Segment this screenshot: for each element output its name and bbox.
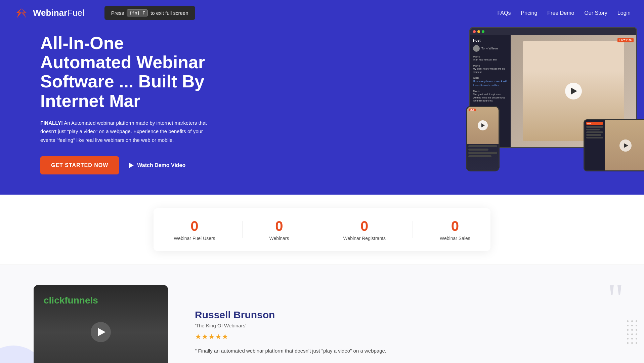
- stat-sales-number: 0: [440, 218, 470, 234]
- testimonial-stars: ★★★★★: [195, 332, 610, 341]
- hero-subtitle: FINALLY! An Automated webinar platform m…: [40, 119, 215, 145]
- dot-decoration: [631, 320, 633, 322]
- phone-chat-area: [467, 144, 499, 160]
- dot-decoration: [636, 320, 637, 322]
- testimonial-title: 'The King Of Webinars': [195, 323, 610, 328]
- live-badge: LIVE 2:30: [617, 38, 634, 42]
- host-avatar: [473, 45, 480, 52]
- main-nav: FAQs Pricing Free Demo Our Story Login: [497, 10, 631, 16]
- testimonial-play-button[interactable]: [91, 322, 111, 342]
- quote-decoration: ": [607, 278, 624, 319]
- tablet-sidebar-line: [586, 137, 603, 138]
- testimonial-green-text: clickfunnels: [44, 295, 98, 306]
- stat-divider: [316, 221, 316, 238]
- dot-decoration: [636, 329, 637, 331]
- tablet-video: [605, 120, 644, 170]
- testimonial-content: " Russell Brunson 'The King Of Webinars'…: [195, 309, 610, 355]
- stat-sales-label: Webinar Sales: [440, 236, 470, 241]
- stat-webinars-number: 0: [269, 218, 289, 234]
- tablet-sidebar: LIVE: [585, 120, 605, 170]
- header: WebinarFuel Press {fn} F to exit full sc…: [0, 0, 644, 26]
- hero-device-mockups: Host Tony Wilson Mario I can hear him ju…: [456, 20, 644, 171]
- nav-login[interactable]: Login: [617, 10, 631, 16]
- chat-item: Mario The good stuff. I kept team wantin…: [473, 90, 508, 103]
- stat-webinars-label: Webinars: [269, 236, 289, 241]
- stat-webinars: 0 Webinars: [269, 218, 289, 241]
- host-row: Tony Wilson: [473, 45, 508, 52]
- keyboard-shortcut: {fn} F: [127, 9, 148, 16]
- tablet-play-button[interactable]: [619, 139, 632, 152]
- stat-sales: 0 Webinar Sales: [440, 218, 470, 241]
- chat-item: Mario I can hear him just fine: [473, 55, 508, 62]
- dot-green: [482, 30, 484, 33]
- testimonial-text: " Finally an automated webinar platform …: [195, 347, 610, 355]
- watch-demo-button[interactable]: Watch Demo Video: [129, 162, 185, 168]
- dot-decoration: [636, 325, 637, 326]
- nav-our-story[interactable]: Our Story: [584, 10, 607, 16]
- tablet-sidebar-line: [586, 129, 600, 130]
- chat-item: Alex How many hours a week will I need t…: [473, 76, 508, 87]
- testimonial-video: clickfunnels: [34, 285, 168, 363]
- stats-section: 0 Webinar Fuel Users 0 Webinars 0 Webina…: [0, 195, 644, 265]
- hero-title: All-In-One Automated Webinar Software ..…: [40, 34, 215, 111]
- play-triangle-icon: [571, 88, 577, 94]
- dot-decoration: [627, 342, 629, 344]
- testimonial-play-icon: [98, 328, 105, 336]
- dots-decoration: [627, 320, 637, 344]
- stat-divider: [242, 221, 243, 238]
- dot-decoration: [631, 342, 633, 344]
- dot-decoration: [627, 329, 629, 331]
- phone-video-area: LIVE: [467, 107, 499, 144]
- nav-free-demo[interactable]: Free Demo: [547, 10, 574, 16]
- dot-decoration: [636, 338, 637, 339]
- hero-section: All-In-One Automated Webinar Software ..…: [0, 0, 644, 195]
- host-label: Host: [473, 39, 508, 42]
- chat-item: Mario My client nearly missed the big mo…: [473, 64, 508, 74]
- stat-users-number: 0: [174, 218, 215, 234]
- dot-decoration: [627, 333, 629, 335]
- testimonial-video-inner: clickfunnels: [34, 285, 168, 363]
- tablet-mockup: LIVE: [584, 119, 644, 171]
- dot-decoration: [631, 333, 633, 335]
- dot-decoration: [636, 342, 637, 344]
- stat-registrants-label: Webinar Registrants: [343, 236, 386, 241]
- play-icon: [129, 163, 134, 168]
- tablet-content: LIVE: [585, 120, 644, 170]
- tablet-sidebar-line: [586, 134, 601, 136]
- dot-decoration: [631, 329, 633, 331]
- dot-decoration: [627, 338, 629, 339]
- phone-content: LIVE: [467, 107, 499, 170]
- phone-chat-line: [468, 145, 497, 147]
- dot-decoration: [631, 325, 633, 326]
- stat-divider: [413, 221, 413, 238]
- logo-icon: [13, 6, 30, 20]
- dot-decoration: [636, 333, 637, 335]
- logo-text: WebinarFuel: [33, 8, 84, 18]
- nav-faqs[interactable]: FAQs: [497, 10, 511, 16]
- stat-users: 0 Webinar Fuel Users: [174, 218, 215, 241]
- host-name: Tony Wilson: [481, 47, 498, 50]
- desktop-bar: [470, 28, 636, 35]
- phone-chat-line: [468, 152, 497, 154]
- testimonial-name: Russell Brunson: [195, 309, 610, 321]
- phone-play-icon: [481, 123, 485, 127]
- dot-decoration: [627, 325, 629, 326]
- tablet-sidebar-line: [586, 131, 603, 133]
- tablet-play-icon: [624, 143, 628, 148]
- testimonial-section: clickfunnels " Russell Brunson 'The King…: [0, 265, 644, 363]
- dot-decoration: [627, 320, 629, 322]
- dot-red: [473, 30, 476, 33]
- dot-decoration: [631, 338, 633, 339]
- get-started-button[interactable]: GET STARTED NOW: [40, 156, 119, 174]
- hero-cta-row: GET STARTED NOW Watch Demo Video: [40, 156, 215, 174]
- logo[interactable]: WebinarFuel: [13, 6, 84, 20]
- play-button[interactable]: [565, 83, 582, 99]
- nav-pricing[interactable]: Pricing: [521, 10, 537, 16]
- tablet-live-badge: LIVE: [586, 122, 603, 125]
- fullscreen-notice: Press {fn} F to exit full screen: [104, 6, 195, 20]
- phone-chat-line: [468, 149, 488, 151]
- phone-live-badge: LIVE: [469, 109, 476, 111]
- phone-play-button[interactable]: [478, 120, 488, 130]
- stat-registrants-number: 0: [343, 218, 386, 234]
- dot-yellow: [477, 30, 480, 33]
